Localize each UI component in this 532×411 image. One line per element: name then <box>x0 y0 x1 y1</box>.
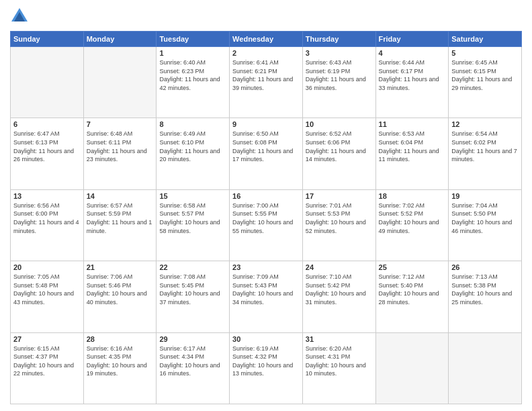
day-number: 23 <box>232 263 300 271</box>
day-header-thursday: Thursday <box>302 32 375 47</box>
day-number: 18 <box>379 192 446 200</box>
day-number: 6 <box>13 120 81 128</box>
day-info: Sunrise: 6:19 AMSunset: 4:32 PMDaylight:… <box>232 345 300 378</box>
day-info: Sunrise: 6:16 AMSunset: 4:35 PMDaylight:… <box>87 345 154 378</box>
day-info: Sunrise: 6:50 AMSunset: 6:08 PMDaylight:… <box>232 130 300 163</box>
day-number: 16 <box>232 192 300 200</box>
day-info: Sunrise: 6:40 AMSunset: 6:23 PMDaylight:… <box>159 58 226 92</box>
calendar-cell: 18Sunrise: 7:02 AMSunset: 5:52 PMDayligh… <box>375 189 449 261</box>
week-row-1: 1Sunrise: 6:40 AMSunset: 6:23 PMDaylight… <box>11 47 522 118</box>
calendar-cell: 17Sunrise: 7:01 AMSunset: 5:53 PMDayligh… <box>302 189 375 261</box>
logo-icon <box>10 7 29 26</box>
calendar-cell: 31Sunrise: 6:20 AMSunset: 4:31 PMDayligh… <box>302 332 375 404</box>
day-info: Sunrise: 6:15 AMSunset: 4:37 PMDaylight:… <box>13 345 81 378</box>
day-header-sunday: Sunday <box>11 32 84 47</box>
day-number: 30 <box>232 335 300 343</box>
day-header-monday: Monday <box>83 32 157 47</box>
day-info: Sunrise: 6:52 AMSunset: 6:06 PMDaylight:… <box>306 130 373 163</box>
day-number: 11 <box>379 120 446 128</box>
day-header-tuesday: Tuesday <box>157 32 230 47</box>
day-number: 31 <box>306 335 373 343</box>
calendar-cell: 1Sunrise: 6:40 AMSunset: 6:23 PMDaylight… <box>157 47 230 118</box>
calendar-cell: 11Sunrise: 6:53 AMSunset: 6:04 PMDayligh… <box>375 118 449 189</box>
calendar-cell: 13Sunrise: 6:56 AMSunset: 6:00 PMDayligh… <box>11 189 84 261</box>
day-info: Sunrise: 6:44 AMSunset: 6:17 PMDaylight:… <box>379 58 446 92</box>
day-info: Sunrise: 6:49 AMSunset: 6:10 PMDaylight:… <box>159 130 226 163</box>
day-number: 13 <box>13 192 81 200</box>
day-info: Sunrise: 6:58 AMSunset: 5:57 PMDaylight:… <box>159 201 226 235</box>
logo <box>10 7 32 26</box>
day-number: 2 <box>232 49 300 57</box>
calendar-cell: 22Sunrise: 7:08 AMSunset: 5:45 PMDayligh… <box>157 261 230 332</box>
day-header-wednesday: Wednesday <box>230 32 303 47</box>
day-info: Sunrise: 6:53 AMSunset: 6:04 PMDaylight:… <box>379 130 446 163</box>
day-number: 12 <box>451 120 519 128</box>
calendar-cell: 23Sunrise: 7:09 AMSunset: 5:43 PMDayligh… <box>230 261 303 332</box>
calendar-cell <box>11 47 84 118</box>
day-number: 22 <box>159 263 226 271</box>
day-number: 14 <box>87 192 154 200</box>
calendar-cell: 10Sunrise: 6:52 AMSunset: 6:06 PMDayligh… <box>302 118 375 189</box>
day-info: Sunrise: 6:20 AMSunset: 4:31 PMDaylight:… <box>306 345 373 378</box>
day-number: 10 <box>306 120 373 128</box>
day-info: Sunrise: 6:57 AMSunset: 5:59 PMDaylight:… <box>87 201 154 235</box>
calendar-header-row: SundayMondayTuesdayWednesdayThursdayFrid… <box>11 32 522 47</box>
day-info: Sunrise: 7:01 AMSunset: 5:53 PMDaylight:… <box>306 201 373 235</box>
day-number: 28 <box>87 335 154 343</box>
day-number: 15 <box>159 192 226 200</box>
day-number: 25 <box>379 263 446 271</box>
page: SundayMondayTuesdayWednesdayThursdayFrid… <box>0 0 532 411</box>
day-info: Sunrise: 7:09 AMSunset: 5:43 PMDaylight:… <box>232 273 300 306</box>
day-info: Sunrise: 7:13 AMSunset: 5:38 PMDaylight:… <box>451 273 519 306</box>
calendar-cell: 5Sunrise: 6:45 AMSunset: 6:15 PMDaylight… <box>449 47 522 118</box>
calendar-cell: 2Sunrise: 6:41 AMSunset: 6:21 PMDaylight… <box>230 47 303 118</box>
day-number: 17 <box>306 192 373 200</box>
calendar-cell <box>449 332 522 404</box>
day-info: Sunrise: 7:00 AMSunset: 5:55 PMDaylight:… <box>232 201 300 235</box>
calendar-cell: 19Sunrise: 7:04 AMSunset: 5:50 PMDayligh… <box>449 189 522 261</box>
day-info: Sunrise: 6:41 AMSunset: 6:21 PMDaylight:… <box>232 58 300 92</box>
calendar-cell: 21Sunrise: 7:06 AMSunset: 5:46 PMDayligh… <box>83 261 157 332</box>
day-info: Sunrise: 6:47 AMSunset: 6:13 PMDaylight:… <box>13 130 81 163</box>
day-number: 27 <box>13 335 81 343</box>
calendar-cell: 3Sunrise: 6:43 AMSunset: 6:19 PMDaylight… <box>302 47 375 118</box>
calendar-cell: 14Sunrise: 6:57 AMSunset: 5:59 PMDayligh… <box>83 189 157 261</box>
calendar-cell: 16Sunrise: 7:00 AMSunset: 5:55 PMDayligh… <box>230 189 303 261</box>
calendar-cell: 30Sunrise: 6:19 AMSunset: 4:32 PMDayligh… <box>230 332 303 404</box>
calendar-cell <box>83 47 157 118</box>
calendar-cell: 6Sunrise: 6:47 AMSunset: 6:13 PMDaylight… <box>11 118 84 189</box>
day-number: 21 <box>87 263 154 271</box>
day-number: 7 <box>87 120 154 128</box>
day-number: 26 <box>451 263 519 271</box>
day-info: Sunrise: 7:05 AMSunset: 5:48 PMDaylight:… <box>13 273 81 306</box>
day-info: Sunrise: 6:48 AMSunset: 6:11 PMDaylight:… <box>87 130 154 163</box>
day-number: 9 <box>232 120 300 128</box>
day-number: 19 <box>451 192 519 200</box>
header <box>10 7 522 26</box>
day-info: Sunrise: 7:06 AMSunset: 5:46 PMDaylight:… <box>87 273 154 306</box>
day-header-friday: Friday <box>375 32 449 47</box>
week-row-5: 27Sunrise: 6:15 AMSunset: 4:37 PMDayligh… <box>11 332 522 404</box>
day-info: Sunrise: 6:54 AMSunset: 6:02 PMDaylight:… <box>451 130 519 163</box>
day-info: Sunrise: 6:45 AMSunset: 6:15 PMDaylight:… <box>451 58 519 92</box>
day-info: Sunrise: 6:56 AMSunset: 6:00 PMDaylight:… <box>13 201 81 235</box>
calendar-cell: 20Sunrise: 7:05 AMSunset: 5:48 PMDayligh… <box>11 261 84 332</box>
day-info: Sunrise: 7:08 AMSunset: 5:45 PMDaylight:… <box>159 273 226 306</box>
day-info: Sunrise: 6:43 AMSunset: 6:19 PMDaylight:… <box>306 58 373 92</box>
day-info: Sunrise: 7:04 AMSunset: 5:50 PMDaylight:… <box>451 201 519 235</box>
week-row-4: 20Sunrise: 7:05 AMSunset: 5:48 PMDayligh… <box>11 261 522 332</box>
calendar-cell: 4Sunrise: 6:44 AMSunset: 6:17 PMDaylight… <box>375 47 449 118</box>
day-header-saturday: Saturday <box>449 32 522 47</box>
calendar: SundayMondayTuesdayWednesdayThursdayFrid… <box>10 31 522 404</box>
week-row-3: 13Sunrise: 6:56 AMSunset: 6:00 PMDayligh… <box>11 189 522 261</box>
day-number: 8 <box>159 120 226 128</box>
day-info: Sunrise: 7:02 AMSunset: 5:52 PMDaylight:… <box>379 201 446 235</box>
calendar-cell: 12Sunrise: 6:54 AMSunset: 6:02 PMDayligh… <box>449 118 522 189</box>
calendar-cell: 26Sunrise: 7:13 AMSunset: 5:38 PMDayligh… <box>449 261 522 332</box>
calendar-cell: 8Sunrise: 6:49 AMSunset: 6:10 PMDaylight… <box>157 118 230 189</box>
day-info: Sunrise: 6:17 AMSunset: 4:34 PMDaylight:… <box>159 345 226 378</box>
calendar-cell: 24Sunrise: 7:10 AMSunset: 5:42 PMDayligh… <box>302 261 375 332</box>
calendar-cell: 7Sunrise: 6:48 AMSunset: 6:11 PMDaylight… <box>83 118 157 189</box>
day-number: 29 <box>159 335 226 343</box>
calendar-cell: 9Sunrise: 6:50 AMSunset: 6:08 PMDaylight… <box>230 118 303 189</box>
